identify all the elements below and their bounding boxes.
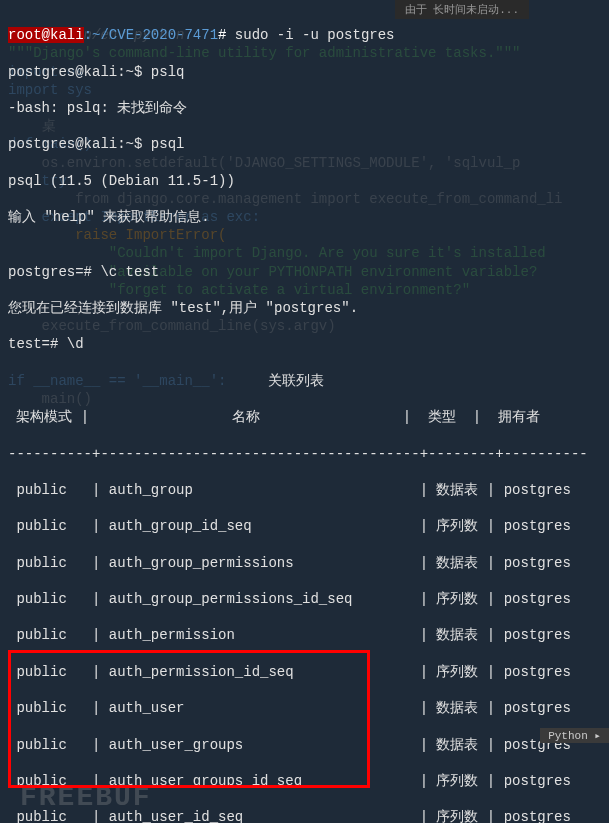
table-row: public | auth_group | 数据表 | postgres [8,481,601,499]
table-row: public | auth_permission | 数据表 | postgre… [8,626,601,644]
language-label[interactable]: Python ▸ [540,728,609,743]
top-bar: 由于 长时间未启动... [395,0,529,19]
pg-prompt-1: postgres@kali:~$ pslq [8,63,601,81]
connect-msg: 您现在已经连接到数据库 "test",用户 "postgres". [8,299,601,317]
bash-error: -bash: pslq: 未找到命令 [8,99,601,117]
cmd-sudo: sudo -i -u postgres [226,27,394,43]
pg-connect-cmd: postgres=# \c test [8,263,601,281]
table-row: public | auth_user_groups_id_seq | 序列数 |… [8,772,601,790]
table-row: public | auth_permission_id_seq | 序列数 | … [8,663,601,681]
test-d-cmd: test=# \d [8,335,601,353]
table-row: public | auth_user | 数据表 | postgres [8,699,601,717]
table-row: public | auth_user_id_seq | 序列数 | postgr… [8,808,601,823]
table-row: public | auth_user_groups | 数据表 | postgr… [8,736,601,754]
help-line: 输入 "help" 来获取帮助信息. [8,208,601,226]
table-row: public | auth_group_permissions | 数据表 | … [8,554,601,572]
psql-version: psql (11.5 (Debian 11.5-1)) [8,172,601,190]
table-row: public | auth_group_permissions_id_seq |… [8,590,601,608]
pg-prompt-2: postgres@kali:~$ psql [8,135,601,153]
table-title: 关联列表 [8,372,601,390]
table-sep: ----------+-----------------------------… [8,445,601,463]
table-header: 架构模式 | 名称 | 类型 | 拥有者 [8,408,601,426]
terminal-output[interactable]: root@kali:~/CVE-2020-7471# sudo -i -u po… [0,0,609,823]
prompt-user: root@kali [8,27,84,43]
table-row: public | auth_group_id_seq | 序列数 | postg… [8,517,601,535]
prompt-path: :~/CVE-2020-7471 [84,27,218,43]
